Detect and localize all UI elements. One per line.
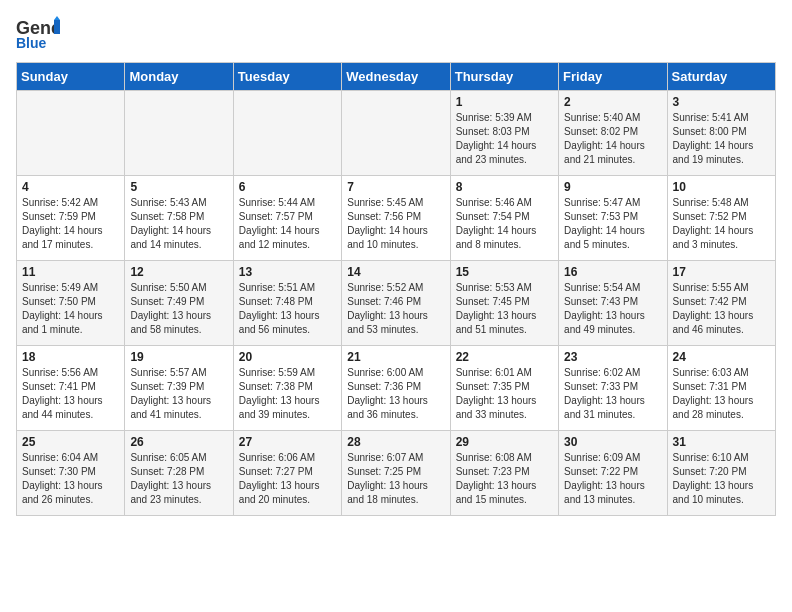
day-number: 16 — [564, 265, 661, 279]
column-header-friday: Friday — [559, 63, 667, 91]
calendar-cell: 16Sunrise: 5:54 AM Sunset: 7:43 PM Dayli… — [559, 261, 667, 346]
day-number: 22 — [456, 350, 553, 364]
calendar-cell — [342, 91, 450, 176]
calendar-cell: 27Sunrise: 6:06 AM Sunset: 7:27 PM Dayli… — [233, 431, 341, 516]
day-number: 19 — [130, 350, 227, 364]
week-row-1: 1Sunrise: 5:39 AM Sunset: 8:03 PM Daylig… — [17, 91, 776, 176]
cell-content: Sunrise: 6:03 AM Sunset: 7:31 PM Dayligh… — [673, 366, 770, 422]
day-number: 25 — [22, 435, 119, 449]
calendar-cell: 17Sunrise: 5:55 AM Sunset: 7:42 PM Dayli… — [667, 261, 775, 346]
cell-content: Sunrise: 5:48 AM Sunset: 7:52 PM Dayligh… — [673, 196, 770, 252]
cell-content: Sunrise: 5:45 AM Sunset: 7:56 PM Dayligh… — [347, 196, 444, 252]
week-row-4: 18Sunrise: 5:56 AM Sunset: 7:41 PM Dayli… — [17, 346, 776, 431]
cell-content: Sunrise: 6:02 AM Sunset: 7:33 PM Dayligh… — [564, 366, 661, 422]
cell-content: Sunrise: 6:10 AM Sunset: 7:20 PM Dayligh… — [673, 451, 770, 507]
day-number: 3 — [673, 95, 770, 109]
column-header-monday: Monday — [125, 63, 233, 91]
cell-content: Sunrise: 5:57 AM Sunset: 7:39 PM Dayligh… — [130, 366, 227, 422]
week-row-2: 4Sunrise: 5:42 AM Sunset: 7:59 PM Daylig… — [17, 176, 776, 261]
week-row-5: 25Sunrise: 6:04 AM Sunset: 7:30 PM Dayli… — [17, 431, 776, 516]
calendar-cell: 6Sunrise: 5:44 AM Sunset: 7:57 PM Daylig… — [233, 176, 341, 261]
calendar-cell: 4Sunrise: 5:42 AM Sunset: 7:59 PM Daylig… — [17, 176, 125, 261]
calendar-cell: 26Sunrise: 6:05 AM Sunset: 7:28 PM Dayli… — [125, 431, 233, 516]
day-number: 6 — [239, 180, 336, 194]
calendar-cell: 30Sunrise: 6:09 AM Sunset: 7:22 PM Dayli… — [559, 431, 667, 516]
day-number: 2 — [564, 95, 661, 109]
column-header-saturday: Saturday — [667, 63, 775, 91]
column-header-thursday: Thursday — [450, 63, 558, 91]
calendar-cell: 5Sunrise: 5:43 AM Sunset: 7:58 PM Daylig… — [125, 176, 233, 261]
day-number: 7 — [347, 180, 444, 194]
calendar-cell: 23Sunrise: 6:02 AM Sunset: 7:33 PM Dayli… — [559, 346, 667, 431]
cell-content: Sunrise: 5:50 AM Sunset: 7:49 PM Dayligh… — [130, 281, 227, 337]
day-number: 5 — [130, 180, 227, 194]
calendar-cell: 29Sunrise: 6:08 AM Sunset: 7:23 PM Dayli… — [450, 431, 558, 516]
cell-content: Sunrise: 5:42 AM Sunset: 7:59 PM Dayligh… — [22, 196, 119, 252]
day-number: 29 — [456, 435, 553, 449]
day-number: 21 — [347, 350, 444, 364]
cell-content: Sunrise: 5:46 AM Sunset: 7:54 PM Dayligh… — [456, 196, 553, 252]
page-header: General Blue — [16, 16, 776, 52]
cell-content: Sunrise: 6:04 AM Sunset: 7:30 PM Dayligh… — [22, 451, 119, 507]
cell-content: Sunrise: 5:40 AM Sunset: 8:02 PM Dayligh… — [564, 111, 661, 167]
cell-content: Sunrise: 5:59 AM Sunset: 7:38 PM Dayligh… — [239, 366, 336, 422]
cell-content: Sunrise: 5:41 AM Sunset: 8:00 PM Dayligh… — [673, 111, 770, 167]
cell-content: Sunrise: 6:01 AM Sunset: 7:35 PM Dayligh… — [456, 366, 553, 422]
calendar-cell: 19Sunrise: 5:57 AM Sunset: 7:39 PM Dayli… — [125, 346, 233, 431]
day-number: 28 — [347, 435, 444, 449]
calendar-cell: 9Sunrise: 5:47 AM Sunset: 7:53 PM Daylig… — [559, 176, 667, 261]
calendar-cell: 20Sunrise: 5:59 AM Sunset: 7:38 PM Dayli… — [233, 346, 341, 431]
day-number: 14 — [347, 265, 444, 279]
day-number: 4 — [22, 180, 119, 194]
cell-content: Sunrise: 5:51 AM Sunset: 7:48 PM Dayligh… — [239, 281, 336, 337]
calendar-cell: 10Sunrise: 5:48 AM Sunset: 7:52 PM Dayli… — [667, 176, 775, 261]
cell-content: Sunrise: 5:56 AM Sunset: 7:41 PM Dayligh… — [22, 366, 119, 422]
calendar-cell: 25Sunrise: 6:04 AM Sunset: 7:30 PM Dayli… — [17, 431, 125, 516]
column-header-tuesday: Tuesday — [233, 63, 341, 91]
calendar-cell: 3Sunrise: 5:41 AM Sunset: 8:00 PM Daylig… — [667, 91, 775, 176]
cell-content: Sunrise: 5:49 AM Sunset: 7:50 PM Dayligh… — [22, 281, 119, 337]
day-number: 27 — [239, 435, 336, 449]
calendar-cell: 8Sunrise: 5:46 AM Sunset: 7:54 PM Daylig… — [450, 176, 558, 261]
day-number: 17 — [673, 265, 770, 279]
calendar-cell — [233, 91, 341, 176]
calendar-cell: 24Sunrise: 6:03 AM Sunset: 7:31 PM Dayli… — [667, 346, 775, 431]
day-number: 23 — [564, 350, 661, 364]
calendar-cell: 22Sunrise: 6:01 AM Sunset: 7:35 PM Dayli… — [450, 346, 558, 431]
calendar-cell — [125, 91, 233, 176]
calendar-cell: 18Sunrise: 5:56 AM Sunset: 7:41 PM Dayli… — [17, 346, 125, 431]
calendar-cell — [17, 91, 125, 176]
cell-content: Sunrise: 6:06 AM Sunset: 7:27 PM Dayligh… — [239, 451, 336, 507]
logo-icon: General Blue — [16, 16, 60, 52]
cell-content: Sunrise: 6:00 AM Sunset: 7:36 PM Dayligh… — [347, 366, 444, 422]
cell-content: Sunrise: 5:47 AM Sunset: 7:53 PM Dayligh… — [564, 196, 661, 252]
cell-content: Sunrise: 5:39 AM Sunset: 8:03 PM Dayligh… — [456, 111, 553, 167]
column-header-wednesday: Wednesday — [342, 63, 450, 91]
calendar-cell: 7Sunrise: 5:45 AM Sunset: 7:56 PM Daylig… — [342, 176, 450, 261]
calendar-cell: 11Sunrise: 5:49 AM Sunset: 7:50 PM Dayli… — [17, 261, 125, 346]
calendar-cell: 15Sunrise: 5:53 AM Sunset: 7:45 PM Dayli… — [450, 261, 558, 346]
day-number: 20 — [239, 350, 336, 364]
cell-content: Sunrise: 5:53 AM Sunset: 7:45 PM Dayligh… — [456, 281, 553, 337]
day-number: 9 — [564, 180, 661, 194]
week-row-3: 11Sunrise: 5:49 AM Sunset: 7:50 PM Dayli… — [17, 261, 776, 346]
column-header-sunday: Sunday — [17, 63, 125, 91]
calendar-cell: 13Sunrise: 5:51 AM Sunset: 7:48 PM Dayli… — [233, 261, 341, 346]
day-number: 10 — [673, 180, 770, 194]
day-number: 31 — [673, 435, 770, 449]
day-number: 15 — [456, 265, 553, 279]
day-number: 11 — [22, 265, 119, 279]
day-number: 30 — [564, 435, 661, 449]
day-number: 12 — [130, 265, 227, 279]
cell-content: Sunrise: 6:05 AM Sunset: 7:28 PM Dayligh… — [130, 451, 227, 507]
cell-content: Sunrise: 5:43 AM Sunset: 7:58 PM Dayligh… — [130, 196, 227, 252]
day-number: 18 — [22, 350, 119, 364]
calendar-cell: 2Sunrise: 5:40 AM Sunset: 8:02 PM Daylig… — [559, 91, 667, 176]
calendar-cell: 31Sunrise: 6:10 AM Sunset: 7:20 PM Dayli… — [667, 431, 775, 516]
day-number: 8 — [456, 180, 553, 194]
day-number: 1 — [456, 95, 553, 109]
cell-content: Sunrise: 6:08 AM Sunset: 7:23 PM Dayligh… — [456, 451, 553, 507]
calendar-cell: 14Sunrise: 5:52 AM Sunset: 7:46 PM Dayli… — [342, 261, 450, 346]
calendar-cell: 12Sunrise: 5:50 AM Sunset: 7:49 PM Dayli… — [125, 261, 233, 346]
day-number: 13 — [239, 265, 336, 279]
